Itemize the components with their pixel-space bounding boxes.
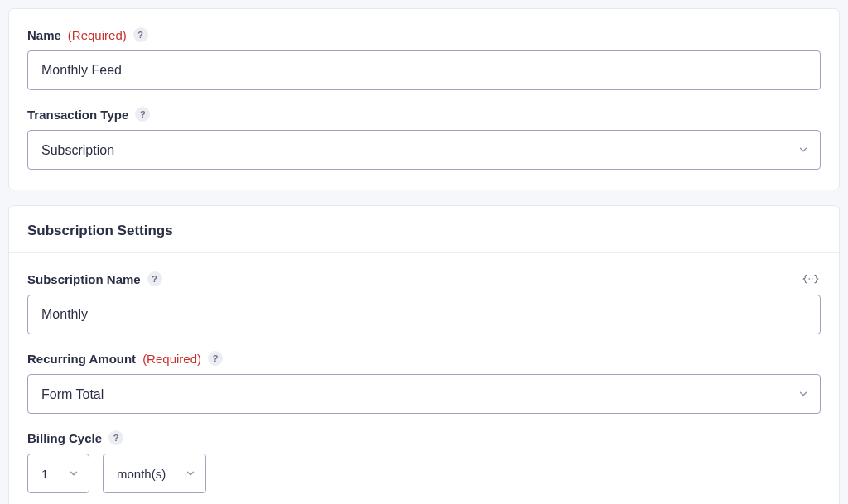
transaction-type-field: Transaction Type ? Subscription bbox=[27, 107, 821, 170]
transaction-type-select[interactable]: Subscription bbox=[27, 130, 821, 170]
name-input[interactable] bbox=[27, 50, 821, 90]
recurring-amount-label: Recurring Amount bbox=[27, 352, 136, 366]
merge-tags-icon[interactable] bbox=[801, 271, 821, 286]
name-label: Name bbox=[27, 28, 61, 42]
billing-cycle-field: Billing Cycle ? 1 month(s) bbox=[27, 430, 821, 493]
recurring-amount-field: Recurring Amount (Required) ? Form Total bbox=[27, 351, 821, 414]
subscription-name-field: Subscription Name ? bbox=[27, 271, 821, 334]
name-required-marker: (Required) bbox=[68, 28, 127, 42]
svg-point-1 bbox=[812, 278, 813, 280]
recurring-amount-select[interactable]: Form Total bbox=[27, 374, 821, 414]
billing-cycle-help-icon[interactable]: ? bbox=[108, 430, 123, 445]
subscription-settings-title: Subscription Settings bbox=[9, 206, 839, 253]
transaction-type-select-wrap: Subscription bbox=[27, 130, 821, 170]
subscription-name-label: Subscription Name bbox=[27, 272, 141, 286]
name-help-icon[interactable]: ? bbox=[133, 27, 148, 42]
billing-unit-select[interactable]: month(s) bbox=[103, 454, 206, 493]
feed-details-panel: Name (Required) ? Transaction Type ? Sub… bbox=[8, 8, 840, 190]
subscription-settings-panel: Subscription Settings Subscription Name … bbox=[8, 205, 840, 504]
recurring-amount-required-marker: (Required) bbox=[142, 352, 201, 366]
billing-interval-select-wrap: 1 bbox=[27, 454, 89, 493]
recurring-amount-help-icon[interactable]: ? bbox=[208, 351, 223, 366]
billing-cycle-label: Billing Cycle bbox=[27, 431, 102, 445]
subscription-name-input[interactable] bbox=[27, 295, 821, 334]
recurring-amount-select-wrap: Form Total bbox=[27, 374, 821, 414]
subscription-name-help-icon[interactable]: ? bbox=[147, 271, 162, 286]
transaction-type-label: Transaction Type bbox=[27, 108, 128, 122]
billing-cycle-row: 1 month(s) bbox=[27, 454, 821, 493]
billing-unit-select-wrap: month(s) bbox=[103, 454, 206, 493]
billing-interval-select[interactable]: 1 bbox=[27, 454, 89, 493]
svg-point-0 bbox=[808, 278, 810, 280]
name-field: Name (Required) ? bbox=[27, 27, 821, 90]
transaction-type-help-icon[interactable]: ? bbox=[135, 107, 150, 122]
